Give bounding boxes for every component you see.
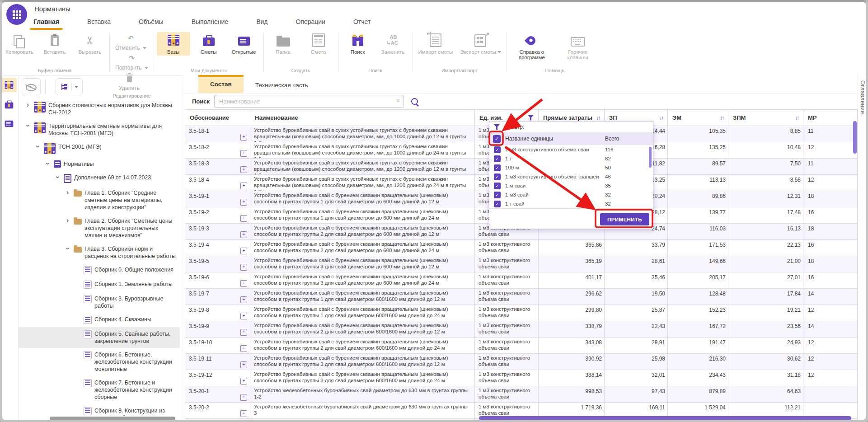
menu-tab[interactable]: Операции: [291, 15, 330, 31]
content-tab[interactable]: Состав: [198, 75, 244, 93]
table-row[interactable]: 3.5-19-10 Устройство буронабивных свай с…: [185, 338, 858, 354]
expand-row-icon[interactable]: [240, 150, 247, 157]
search-submit-button[interactable]: [408, 95, 420, 107]
tree-item[interactable]: Нормативы: [18, 157, 180, 171]
filter-option-checkbox[interactable]: [494, 164, 501, 171]
expand-row-icon[interactable]: [240, 313, 247, 319]
tree-item[interactable]: Сборник 5. Свайные работы, закрепление г…: [18, 327, 180, 348]
ribbon-button[interactable]: Папка: [267, 32, 300, 56]
tree-expander-icon[interactable]: [24, 102, 31, 108]
sort-icon[interactable]: [659, 115, 663, 121]
clear-search-icon[interactable]: ✕: [396, 98, 400, 104]
tree-expander-icon[interactable]: [64, 189, 71, 196]
expand-row-icon[interactable]: [240, 248, 247, 254]
ribbon-button[interactable]: Открытые: [227, 32, 261, 56]
ribbon-button[interactable]: Вставить: [38, 32, 71, 56]
expand-row-icon[interactable]: [240, 215, 247, 222]
tree-item[interactable]: Сборник 6. Бетонные, железобетонные конс…: [18, 348, 180, 376]
sort-icon[interactable]: [720, 115, 723, 121]
hide-panel-button[interactable]: [22, 78, 41, 95]
expand-row-icon[interactable]: [240, 329, 247, 336]
column-header-em[interactable]: ЭМ: [668, 110, 728, 126]
filter-option-checkbox[interactable]: [494, 155, 501, 162]
menu-tab[interactable]: Объёмы: [134, 15, 168, 31]
ribbon-button[interactable]: Отменить: [113, 34, 149, 52]
column-header-obosnovanie[interactable]: Обоснование: [185, 110, 250, 126]
table-row[interactable]: 3.5-19-5 Устройство буронабивных свай с …: [185, 256, 858, 272]
menu-tab[interactable]: Отчет: [349, 15, 375, 31]
table-vertical-scrollbar[interactable]: [853, 121, 857, 154]
expand-row-icon[interactable]: [240, 134, 247, 141]
tree-item[interactable]: Глава 3. Сборники норм и расценок на стр…: [18, 242, 180, 263]
ribbon-button[interactable]: Заменить: [376, 32, 410, 56]
tree-expander-icon[interactable]: [34, 143, 41, 150]
tree-expander-icon[interactable]: [54, 174, 61, 180]
filter-option-checkbox[interactable]: [494, 201, 501, 207]
apply-filter-button[interactable]: ПРИМЕНИТЬ: [600, 213, 649, 225]
tree-expander-icon[interactable]: [44, 160, 51, 167]
expand-row-icon[interactable]: [240, 410, 247, 417]
ribbon-button[interactable]: Горячие клавиши: [556, 32, 600, 61]
tree-view-mode-button[interactable]: [56, 78, 83, 95]
ribbon-button[interactable]: Смета: [302, 32, 335, 56]
ribbon-button[interactable]: Вырезать: [73, 32, 107, 56]
filter-option-row[interactable]: 1 м сваи 35: [489, 181, 653, 190]
table-row[interactable]: 3.5-19-4 Устройство буронабивных свай с …: [185, 240, 858, 256]
tree-item[interactable]: Дополнение 69 от 14.07.2023: [18, 171, 180, 186]
expand-row-icon[interactable]: [240, 296, 247, 303]
menu-tab[interactable]: Выполнение: [187, 15, 233, 31]
column-header-zpm[interactable]: ЗПМ: [728, 110, 803, 126]
tree-item[interactable]: Сборник 3. Буровзрывные работы: [18, 292, 180, 313]
filter-list-scrollbar[interactable]: [649, 147, 652, 168]
ribbon-button[interactable]: Экспорт сметы: [457, 32, 504, 56]
ribbon-button[interactable]: Справка о программе: [510, 32, 554, 61]
menu-tab[interactable]: Главная: [29, 15, 64, 31]
left-strip-button[interactable]: [1, 116, 17, 130]
left-strip-button[interactable]: [1, 97, 17, 111]
ribbon-button[interactable]: Повторить: [113, 54, 151, 71]
ribbon-button[interactable]: Поиск: [341, 32, 375, 56]
filter-option-checkbox[interactable]: [494, 183, 501, 189]
table-row[interactable]: 3.5-19-9 Устройство буронабивных свай с …: [185, 321, 858, 338]
ribbon-button[interactable]: Импорт сметы: [416, 32, 456, 56]
column-header-mr[interactable]: МР: [803, 110, 858, 126]
tree-item[interactable]: Сборник 4. Скважины: [18, 313, 180, 327]
filter-icon[interactable]: [528, 115, 534, 121]
tree-item[interactable]: Территориальные сметные нормативы для Мо…: [18, 119, 180, 140]
filter-option-checkbox[interactable]: [494, 192, 501, 198]
content-tab[interactable]: Техническая часть: [244, 75, 320, 93]
sort-icon[interactable]: [596, 115, 600, 121]
table-horizontal-scrollbar[interactable]: [479, 416, 851, 420]
tree-item[interactable]: Сборник 8. Конструкции из кирпича и блок…: [18, 404, 180, 416]
tree-expander-icon[interactable]: [64, 245, 71, 252]
expand-row-icon[interactable]: [240, 378, 247, 384]
tree-item[interactable]: Глава 1. Сборник "Средние сметные цены н…: [18, 186, 180, 214]
tree-item[interactable]: ТСН-2001 (МГЭ): [18, 140, 180, 157]
table-row[interactable]: 3.5-19-7 Устройство буронабивных свай с …: [185, 289, 858, 305]
search-input[interactable]: [215, 98, 404, 105]
expand-row-icon[interactable]: [240, 166, 247, 173]
select-all-checkbox[interactable]: [493, 135, 501, 143]
expand-row-icon[interactable]: [240, 264, 247, 271]
menu-tab[interactable]: Вид: [252, 15, 272, 31]
app-logo-icon[interactable]: [6, 4, 27, 25]
expand-row-icon[interactable]: [240, 183, 247, 189]
filter-option-row[interactable]: 1 м3 конструктивного объема траншеи 46: [489, 172, 653, 181]
table-row[interactable]: 3.5-20-1 Устройство железобетонных бурон…: [185, 386, 858, 403]
sort-icon[interactable]: [795, 115, 798, 121]
column-header-naimenovanie[interactable]: Наименование: [250, 110, 475, 126]
tree-item[interactable]: Глава 2. Сборник "Сметные цены эксплуата…: [18, 214, 180, 242]
table-row[interactable]: 3.5-19-11 Устройство буронабивных свай с…: [185, 354, 858, 370]
filter-option-row[interactable]: 100 м 50: [489, 163, 653, 172]
tree-expander-icon[interactable]: [64, 217, 71, 224]
expand-row-icon[interactable]: [240, 394, 247, 401]
ribbon-button[interactable]: Сметы: [192, 32, 225, 56]
chevron-down-icon[interactable]: [75, 86, 78, 88]
tree-item[interactable]: Сборник 7. Бетонные и железобетонные кон…: [18, 376, 180, 404]
filter-option-row[interactable]: 1 м3 конструктивного объема сваи 116: [489, 145, 653, 154]
expand-row-icon[interactable]: [240, 199, 247, 206]
table-row[interactable]: 3.5-19-8 Устройство буронабивных свай с …: [185, 305, 858, 321]
toc-side-tab[interactable]: Оглавление: [858, 75, 868, 422]
tree-item[interactable]: Сборник 1. Земляные работы: [18, 277, 180, 292]
filter-option-checkbox[interactable]: [494, 146, 501, 153]
